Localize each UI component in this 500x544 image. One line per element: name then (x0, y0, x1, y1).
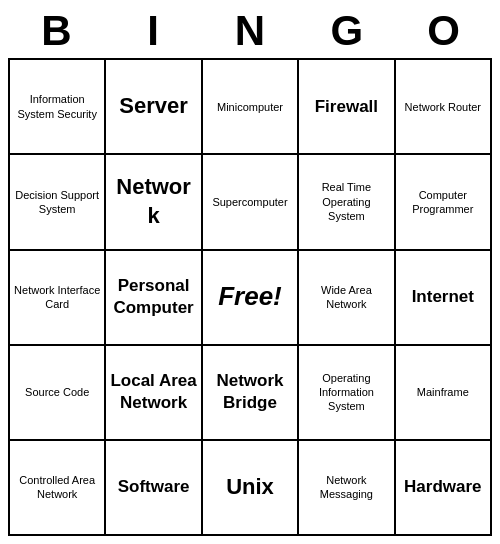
cell-text: Information System Security (14, 92, 100, 121)
cell-text: Server (119, 92, 188, 121)
cell-text: Network Messaging (303, 473, 389, 502)
cell-text: Wide Area Network (303, 283, 389, 312)
bingo-cell[interactable]: Server (106, 60, 202, 155)
bingo-cell[interactable]: Source Code (10, 346, 106, 441)
bingo-cell[interactable]: Personal Computer (106, 251, 202, 346)
bingo-cell[interactable]: Information System Security (10, 60, 106, 155)
cell-text: Firewall (315, 96, 378, 118)
cell-text: Decision Support System (14, 188, 100, 217)
cell-text: Computer Programmer (400, 188, 486, 217)
cell-text: Network (110, 173, 196, 230)
cell-text: Personal Computer (110, 275, 196, 319)
bingo-cell[interactable]: Controlled Area Network (10, 441, 106, 536)
cell-text: Source Code (25, 385, 89, 399)
bingo-cell[interactable]: Hardware (396, 441, 492, 536)
bingo-cell[interactable]: Free! (203, 251, 299, 346)
bingo-cell[interactable]: Internet (396, 251, 492, 346)
cell-text: Operating Information System (303, 371, 389, 414)
cell-text: Real Time Operating System (303, 180, 389, 223)
cell-text: Hardware (404, 476, 481, 498)
bingo-cell[interactable]: Real Time Operating System (299, 155, 395, 250)
bingo-cell[interactable]: Mainframe (396, 346, 492, 441)
cell-text: Software (118, 476, 190, 498)
bingo-cell[interactable]: Supercomputer (203, 155, 299, 250)
cell-text: Controlled Area Network (14, 473, 100, 502)
cell-text: Network Bridge (207, 370, 293, 414)
cell-text: Mainframe (417, 385, 469, 399)
bingo-cell[interactable]: Unix (203, 441, 299, 536)
bingo-cell[interactable]: Minicomputer (203, 60, 299, 155)
bingo-cell[interactable]: Network Bridge (203, 346, 299, 441)
bingo-cell[interactable]: Local Area Network (106, 346, 202, 441)
bingo-cell[interactable]: Network Interface Card (10, 251, 106, 346)
bingo-cell[interactable]: Firewall (299, 60, 395, 155)
cell-text: Supercomputer (212, 195, 287, 209)
bingo-cell[interactable]: Computer Programmer (396, 155, 492, 250)
bingo-letter: N (202, 8, 299, 54)
bingo-letter: I (105, 8, 202, 54)
cell-text: Unix (226, 473, 274, 502)
bingo-cell[interactable]: Network Messaging (299, 441, 395, 536)
bingo-grid: Information System SecurityServerMinicom… (8, 58, 492, 536)
cell-text: Minicomputer (217, 100, 283, 114)
cell-text: Network Router (405, 100, 481, 114)
cell-text: Local Area Network (110, 370, 196, 414)
bingo-cell[interactable]: Network Router (396, 60, 492, 155)
bingo-letter: G (298, 8, 395, 54)
bingo-cell[interactable]: Decision Support System (10, 155, 106, 250)
bingo-cell[interactable]: Operating Information System (299, 346, 395, 441)
bingo-cell[interactable]: Software (106, 441, 202, 536)
bingo-letter: B (8, 8, 105, 54)
cell-text: Internet (412, 286, 474, 308)
bingo-letter: O (395, 8, 492, 54)
cell-text: Network Interface Card (14, 283, 100, 312)
cell-text: Free! (218, 280, 282, 314)
bingo-title: BINGO (8, 8, 492, 54)
bingo-cell[interactable]: Network (106, 155, 202, 250)
bingo-cell[interactable]: Wide Area Network (299, 251, 395, 346)
